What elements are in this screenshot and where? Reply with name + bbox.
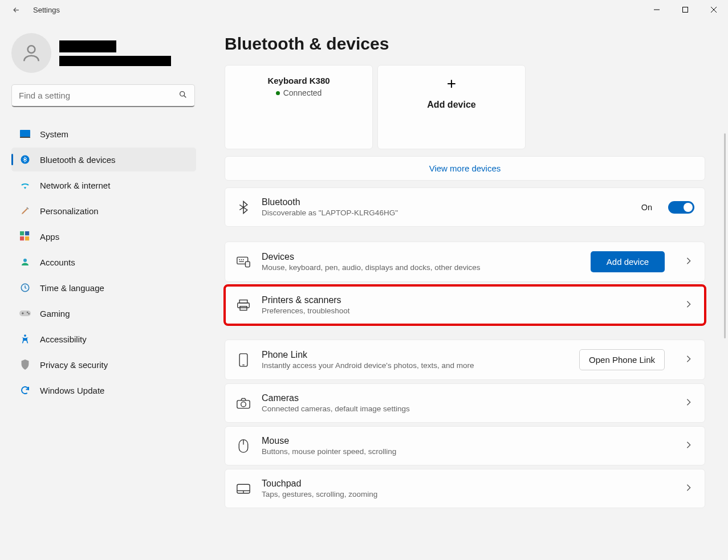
chevron-right-icon (683, 484, 694, 493)
maximize-button[interactable] (671, 0, 699, 19)
profile-email-redacted (59, 56, 171, 66)
bluetooth-icon (235, 201, 251, 214)
panel-subtitle: Discoverable as "LAPTOP-KLRG46HG" (262, 209, 631, 217)
sidebar-item-label: Time & language (40, 283, 104, 293)
add-device-card[interactable]: + Add device (377, 65, 526, 149)
touchpad-panel[interactable]: Touchpad Taps, gestures, scrolling, zoom… (225, 469, 705, 508)
minimize-button[interactable] (642, 0, 671, 19)
sidebar-item-personalization[interactable]: Personalization (11, 199, 196, 223)
status-dot-icon (276, 91, 280, 95)
svg-point-26 (241, 402, 246, 407)
bluetooth-panel[interactable]: Bluetooth Discoverable as "LAPTOP-KLRG46… (225, 187, 705, 227)
accounts-icon (19, 256, 31, 268)
panel-subtitle: Connected cameras, default image setting… (262, 404, 673, 413)
sidebar-item-time-language[interactable]: Time & language (11, 276, 196, 300)
devices-icon (235, 256, 251, 268)
device-card-keyboard[interactable]: Keyboard K380 Connected (225, 65, 373, 149)
sidebar-item-privacy[interactable]: Privacy & security (11, 353, 196, 377)
svg-rect-10 (20, 236, 24, 240)
bluetooth-toggle[interactable] (668, 201, 694, 214)
panel-title: Devices (262, 252, 580, 262)
svg-rect-19 (245, 261, 250, 267)
panel-title: Mouse (262, 436, 673, 446)
plus-icon: + (447, 76, 456, 92)
search-input[interactable] (19, 91, 178, 100)
gaming-icon (19, 308, 31, 319)
phone-icon (235, 353, 251, 367)
shield-icon (19, 359, 31, 370)
sidebar-item-label: Network & internet (40, 181, 110, 190)
sidebar-item-label: Accessibility (40, 334, 87, 344)
svg-point-12 (23, 259, 27, 262)
main-content: Bluetooth & devices Keyboard K380 Connec… (211, 19, 728, 560)
svg-rect-5 (20, 130, 30, 137)
camera-icon (235, 398, 251, 409)
scrollbar[interactable] (724, 133, 726, 338)
apps-icon (19, 231, 31, 242)
update-icon (19, 385, 31, 396)
svg-point-16 (28, 313, 29, 315)
window-title: Settings (33, 6, 60, 14)
wifi-icon (19, 179, 31, 191)
paintbrush-icon (19, 205, 31, 216)
sidebar-item-label: Apps (40, 232, 59, 242)
sidebar-item-windows-update[interactable]: Windows Update (11, 378, 196, 402)
sidebar-item-accessibility[interactable]: Accessibility (11, 327, 196, 351)
panel-subtitle: Buttons, mouse pointer speed, scrolling (262, 447, 673, 456)
system-icon (19, 128, 31, 140)
toggle-state-label: On (641, 203, 652, 212)
sidebar-item-label: Bluetooth & devices (40, 155, 116, 165)
chevron-right-icon (683, 257, 694, 267)
accessibility-icon (19, 333, 31, 345)
clock-icon (19, 282, 31, 293)
profile-name-redacted (59, 40, 116, 52)
sidebar-item-apps[interactable]: Apps (11, 224, 196, 248)
svg-line-4 (184, 96, 186, 98)
svg-point-2 (28, 46, 35, 53)
sidebar-item-label: Gaming (40, 309, 70, 318)
panel-title: Bluetooth (262, 197, 631, 207)
profile[interactable] (11, 33, 201, 73)
svg-rect-21 (238, 303, 250, 308)
view-more-devices-link[interactable]: View more devices (225, 156, 705, 181)
panel-subtitle: Taps, gestures, scrolling, zooming (262, 490, 673, 498)
printer-icon (235, 299, 251, 312)
device-status: Connected (276, 88, 322, 97)
devices-panel[interactable]: Devices Mouse, keyboard, pen, audio, dis… (225, 242, 705, 282)
mouse-panel[interactable]: Mouse Buttons, mouse pointer speed, scro… (225, 426, 705, 465)
svg-rect-8 (20, 231, 24, 235)
panel-title: Printers & scanners (262, 295, 673, 305)
add-device-label: Add device (427, 100, 475, 110)
panel-title: Touchpad (262, 479, 673, 489)
nav: System Bluetooth & devices Network & int… (11, 122, 201, 402)
sidebar-item-label: Accounts (40, 257, 75, 267)
panel-subtitle: Instantly access your Android device's p… (262, 361, 569, 370)
cameras-panel[interactable]: Cameras Connected cameras, default image… (225, 383, 705, 423)
svg-rect-22 (240, 306, 247, 310)
chevron-right-icon (683, 300, 694, 310)
chevron-right-icon (683, 355, 694, 365)
panel-title: Phone Link (262, 350, 569, 360)
sidebar-item-gaming[interactable]: Gaming (11, 301, 196, 325)
search-box[interactable] (11, 84, 195, 107)
sidebar-item-accounts[interactable]: Accounts (11, 250, 196, 274)
sidebar-item-bluetooth-devices[interactable]: Bluetooth & devices (11, 148, 196, 171)
touchpad-icon (235, 484, 251, 494)
sidebar-item-label: Windows Update (40, 386, 104, 395)
svg-rect-11 (25, 236, 29, 240)
printers-scanners-panel[interactable]: Printers & scanners Preferences, trouble… (225, 285, 705, 325)
add-device-button[interactable]: Add device (591, 251, 665, 272)
close-button[interactable] (699, 0, 728, 19)
titlebar: Settings (0, 0, 728, 19)
sidebar-item-network[interactable]: Network & internet (11, 173, 196, 197)
svg-point-15 (27, 312, 29, 313)
window-controls (642, 0, 728, 19)
open-phone-link-button[interactable]: Open Phone Link (579, 349, 665, 370)
sidebar-item-system[interactable]: System (11, 122, 196, 146)
page-title: Bluetooth & devices (225, 34, 705, 54)
phone-link-panel[interactable]: Phone Link Instantly access your Android… (225, 340, 705, 380)
chevron-right-icon (683, 441, 694, 451)
back-button[interactable] (6, 6, 26, 14)
device-name: Keyboard K380 (267, 76, 330, 85)
profile-name-section (59, 40, 171, 66)
